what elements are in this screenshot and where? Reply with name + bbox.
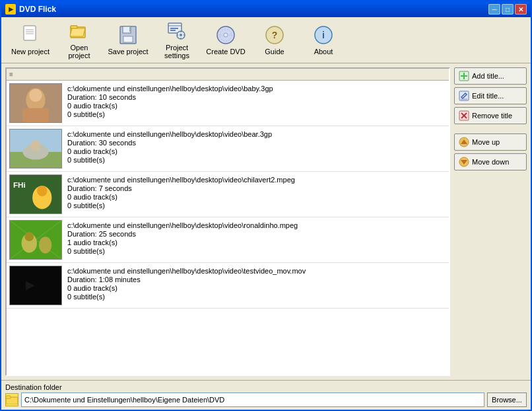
svg-text:?: ? <box>272 30 278 40</box>
item-duration: Duration: 25 seconds <box>67 230 446 238</box>
maximize-button[interactable]: □ <box>502 4 514 15</box>
item-audio: 0 audio track(s) <box>67 193 446 201</box>
create-dvd-button[interactable]: Create DVD <box>202 20 249 60</box>
title-bar-controls: ─ □ ✕ <box>488 4 527 15</box>
list-header: ≡ <box>7 69 449 81</box>
remove-title-button[interactable]: Remove title <box>454 107 527 124</box>
open-icon <box>69 20 90 42</box>
open-project-button[interactable]: Open project <box>55 20 103 60</box>
thumb-bear <box>9 129 62 168</box>
list-scroll[interactable]: c:\dokumente und einstellungen\hellboy\d… <box>7 81 449 375</box>
svg-point-16 <box>180 34 182 36</box>
thumb-chilavert: FHi <box>9 174 62 214</box>
dest-row: Browse... <box>5 392 527 407</box>
svg-rect-64 <box>6 396 11 398</box>
move-up-label: Move up <box>472 138 500 146</box>
thumb-ronaldinho <box>9 220 62 260</box>
svg-rect-49 <box>10 266 61 305</box>
project-settings-label: Project settings <box>156 44 197 59</box>
item-info: c:\dokumente und einstellungen\hellboy\d… <box>67 83 446 118</box>
list-item[interactable]: c:\dokumente und einstellungen\hellboy\d… <box>7 217 449 263</box>
item-path: c:\dokumente und einstellungen\hellboy\d… <box>67 85 446 93</box>
item-info: c:\dokumente und einstellungen\hellboy\d… <box>67 266 446 301</box>
title-bar: ▶ DVD Flick ─ □ ✕ <box>1 1 531 17</box>
close-button[interactable]: ✕ <box>515 4 527 15</box>
list-item[interactable]: c:\dokumente und einstellungen\hellboy\d… <box>7 126 449 172</box>
item-info: c:\dokumente und einstellungen\hellboy\d… <box>67 220 446 255</box>
svg-point-24 <box>217 34 234 36</box>
item-info: c:\dokumente und einstellungen\hellboy\d… <box>67 129 446 164</box>
svg-rect-10 <box>129 27 131 32</box>
svg-text:i: i <box>322 30 325 40</box>
up-icon <box>459 137 469 147</box>
folder-icon <box>5 393 18 406</box>
svg-marker-6 <box>70 28 85 36</box>
list-item[interactable]: c:\dokumente und einstellungen\hellboy\d… <box>7 81 449 126</box>
remove-title-label: Remove title <box>472 112 512 120</box>
item-audio: 0 audio track(s) <box>67 284 446 292</box>
destination-input[interactable] <box>21 392 484 407</box>
browse-button[interactable]: Browse... <box>487 392 527 407</box>
list-header-icon: ≡ <box>9 71 13 78</box>
dvd-icon <box>215 24 236 46</box>
item-subtitle: 0 subtitle(s) <box>67 202 446 209</box>
item-path: c:\dokumente und einstellungen\hellboy\d… <box>67 267 446 275</box>
new-project-button[interactable]: New project <box>7 20 54 60</box>
toolbar: New project Open project <box>1 17 531 63</box>
bottom-bar: Destination folder Browse... <box>1 380 531 410</box>
svg-rect-13 <box>170 28 178 29</box>
down-icon <box>459 157 469 167</box>
item-duration: Duration: 30 seconds <box>67 139 446 147</box>
create-dvd-label: Create DVD <box>206 48 245 56</box>
list-item[interactable]: ▶ c:\dokumente und einstellungen\hellboy… <box>7 263 449 309</box>
item-audio: 0 audio track(s) <box>67 147 446 155</box>
item-subtitle: 0 subtitle(s) <box>67 156 446 164</box>
item-duration: Duration: 10 seconds <box>67 93 446 101</box>
new-project-label: New project <box>11 48 50 56</box>
svg-point-48 <box>39 237 52 253</box>
svg-rect-32 <box>23 108 49 122</box>
item-subtitle: 0 subtitle(s) <box>67 110 446 118</box>
svg-rect-14 <box>170 30 176 31</box>
guide-icon: ? <box>264 24 285 46</box>
item-path: c:\dokumente und einstellungen\hellboy\d… <box>67 221 446 229</box>
item-path: c:\dokumente und einstellungen\hellboy\d… <box>67 176 446 184</box>
open-project-label: Open project <box>59 44 100 59</box>
move-down-button[interactable]: Move down <box>454 153 527 170</box>
item-audio: 0 audio track(s) <box>67 102 446 110</box>
thumb-baby <box>9 83 62 123</box>
side-panel: Add title... Edit title... <box>454 67 527 376</box>
svg-rect-9 <box>123 36 133 42</box>
list-item[interactable]: FHi c:\dokumente und einstellungen\hellb… <box>7 172 449 217</box>
title-bar-left: ▶ DVD Flick <box>5 4 56 15</box>
project-settings-button[interactable]: Project settings <box>153 20 201 60</box>
edit-title-button[interactable]: Edit title... <box>454 87 527 104</box>
guide-button[interactable]: ? Guide <box>251 20 298 60</box>
edit-icon <box>459 91 469 101</box>
about-button[interactable]: i About <box>300 20 347 60</box>
svg-text:▶: ▶ <box>26 278 35 291</box>
svg-text:FHi: FHi <box>13 180 26 189</box>
destination-label: Destination folder <box>5 383 527 391</box>
move-up-button[interactable]: Move up <box>454 133 527 151</box>
svg-point-42 <box>37 186 48 196</box>
add-title-button[interactable]: Add title... <box>454 67 527 85</box>
settings-icon <box>166 20 187 42</box>
svg-rect-5 <box>71 26 77 28</box>
side-spacer <box>454 127 527 131</box>
svg-rect-0 <box>24 26 36 40</box>
edit-title-label: Edit title... <box>472 92 504 100</box>
save-icon <box>117 24 139 46</box>
minimize-button[interactable]: ─ <box>488 4 500 15</box>
new-icon <box>20 24 41 46</box>
app-icon: ▶ <box>5 4 16 15</box>
item-subtitle: 0 subtitle(s) <box>67 247 446 255</box>
save-project-button[interactable]: Save project <box>104 20 152 60</box>
main-window: ▶ DVD Flick ─ □ ✕ New project <box>0 0 532 411</box>
save-project-label: Save project <box>108 48 148 56</box>
list-panel: ≡ c:\dokumente und einstellungen\hel <box>5 67 450 376</box>
item-duration: Duration: 7 seconds <box>67 184 446 192</box>
move-down-label: Move down <box>472 158 509 166</box>
guide-label: Guide <box>265 48 284 56</box>
thumb-testvideo: ▶ <box>9 266 62 305</box>
